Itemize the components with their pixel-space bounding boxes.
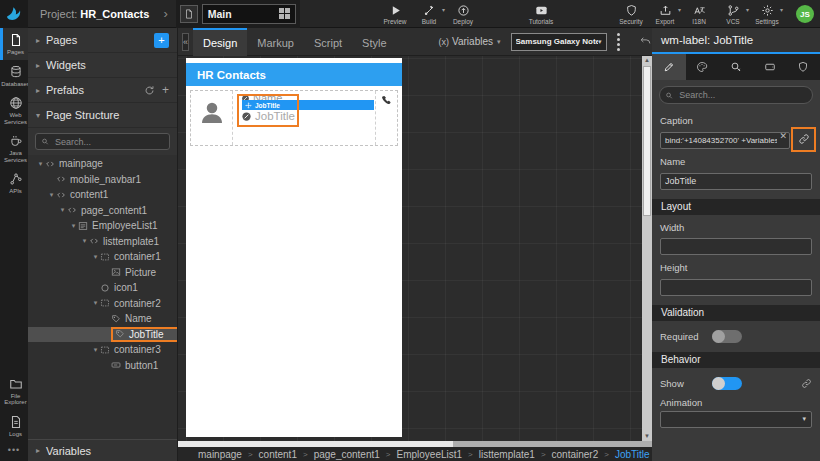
scroll-down-icon[interactable]: ▼ (642, 432, 652, 441)
phone-preview[interactable]: HR Contacts Name (186, 58, 402, 437)
height-input[interactable] (660, 279, 812, 296)
rail-item-pages[interactable]: Pages (0, 28, 28, 60)
inspector-tab-device[interactable] (753, 54, 787, 80)
rail-item-databases[interactable]: Databases (0, 60, 28, 92)
design-canvas[interactable]: HR Contacts Name (178, 56, 652, 441)
rail-item-java-services[interactable]: Java Services (0, 129, 28, 167)
section-page-structure[interactable]: ▾ Page Structure (28, 103, 177, 128)
tree-node-name[interactable]: Name (28, 311, 177, 327)
expand-arrow-icon[interactable]: ▾ (47, 191, 56, 199)
tab-markup[interactable]: Markup (247, 28, 304, 56)
horizontal-scroll-thumb[interactable] (178, 441, 453, 447)
tree-node-jobtitle[interactable]: JobTitle (28, 327, 177, 343)
breadcrumb-item-page_content1[interactable]: page_content1 (314, 449, 380, 460)
breadcrumb-item-employeelist1[interactable]: EmployeeList1 (396, 449, 462, 460)
picture-cell[interactable] (191, 91, 233, 145)
topbar-action-deploy[interactable]: Deploy (446, 0, 480, 28)
tree-node-page_content1[interactable]: ▾page_content1 (28, 203, 177, 219)
tab-script[interactable]: Script (304, 28, 352, 56)
section-variables[interactable]: ▸ Variables (28, 439, 177, 461)
breadcrumb-item-content1[interactable]: content1 (259, 449, 297, 460)
caption-input[interactable] (660, 132, 790, 149)
tree-node-mainpage[interactable]: ▾mainpage (28, 156, 177, 172)
bind-show-button[interactable] (801, 378, 812, 389)
tree-node-content1[interactable]: ▾content1 (28, 187, 177, 203)
expand-arrow-icon[interactable]: ▾ (91, 299, 100, 307)
tree-node-listtemplate1[interactable]: ▾listtemplate1 (28, 234, 177, 250)
canvas-vertical-scrollbar[interactable]: ▲ ▼ (642, 56, 652, 441)
section-widgets[interactable]: ▸ Widgets (28, 53, 177, 78)
collapse-left-panel-button[interactable]: « (182, 33, 189, 51)
rail-item-file-explorer[interactable]: File Explorer (0, 372, 28, 410)
tree-search-box[interactable] (35, 133, 170, 150)
list-template-item[interactable]: Name JobTitle JobTitle (190, 90, 398, 146)
topbar-action-tutorials[interactable]: Tutorials (524, 0, 558, 28)
tree-node-container3[interactable]: ▾container3 (28, 342, 177, 358)
required-toggle[interactable] (712, 330, 742, 343)
topbar-action-build[interactable]: ▾Build (412, 0, 446, 28)
tree-node-container1[interactable]: ▾container1 (28, 249, 177, 265)
section-pages[interactable]: ▸ Pages + (28, 28, 177, 53)
animation-select[interactable]: ▾ (660, 411, 812, 428)
inspector-tab-style[interactable] (686, 54, 720, 80)
topbar-action-export[interactable]: ▾Export (648, 0, 682, 28)
width-input[interactable] (660, 238, 812, 255)
add-page-button[interactable]: + (154, 33, 169, 48)
tree-node-icon1[interactable]: icon1 (28, 280, 177, 296)
inspector-search-box[interactable] (659, 86, 813, 104)
tree-node-employeelist1[interactable]: ▾EmployeeList1 (28, 218, 177, 234)
undo-button[interactable] (639, 35, 652, 48)
grid-icon[interactable] (279, 8, 290, 19)
expand-arrow-icon[interactable]: ▾ (36, 160, 45, 168)
topbar-action-preview[interactable]: Preview (378, 0, 412, 28)
expand-arrow-icon[interactable]: ▾ (80, 237, 89, 245)
rail-item-apis[interactable]: APIs (0, 167, 28, 199)
scroll-up-icon[interactable]: ▲ (642, 56, 652, 65)
breadcrumb-item-jobtitle[interactable]: JobTitle (615, 449, 650, 460)
breadcrumb-item-mainpage[interactable]: mainpage (198, 449, 242, 460)
phone-button-cell[interactable] (375, 91, 397, 145)
kebab-menu-icon[interactable] (617, 33, 620, 51)
inspector-search-input[interactable] (677, 89, 807, 101)
topbar-action-settings[interactable]: ▾Settings (750, 0, 784, 28)
vertical-scroll-thumb[interactable] (643, 66, 651, 216)
wavemaker-logo[interactable] (0, 0, 28, 28)
bind-property-button[interactable] (795, 131, 812, 148)
inspector-tab-security[interactable] (786, 54, 820, 80)
label-cell[interactable]: Name JobTitle JobTitle (233, 91, 375, 145)
page-file-icon[interactable] (180, 5, 198, 23)
name-input[interactable] (660, 173, 812, 190)
canvas-horizontal-scrollbar[interactable] (178, 441, 652, 447)
rail-item-logs[interactable]: Logs (0, 410, 28, 442)
device-selector[interactable]: Samsung Galaxy Note III ▾ (511, 33, 607, 51)
tab-design[interactable]: Design (193, 28, 247, 56)
tree-node-button1[interactable]: button1 (28, 358, 177, 374)
tab-main[interactable]: Main (202, 4, 296, 24)
rail-item-web-services[interactable]: Web Services (0, 91, 28, 129)
breadcrumb-item-listtemplate1[interactable]: listtemplate1 (479, 449, 535, 460)
breadcrumb-item-container2[interactable]: container2 (552, 449, 599, 460)
tree-node-picture[interactable]: Picture (28, 265, 177, 281)
show-toggle[interactable] (712, 377, 742, 390)
clear-icon[interactable]: ✕ (779, 131, 787, 141)
user-avatar[interactable]: JS (796, 5, 814, 23)
expand-arrow-icon[interactable]: ▾ (69, 222, 78, 230)
topbar-action-i18n[interactable]: I18N (682, 0, 716, 28)
expand-arrow-icon[interactable]: ▾ (91, 346, 100, 354)
mobile-navbar[interactable]: HR Contacts (186, 63, 402, 86)
tree-node-container2[interactable]: ▾container2 (28, 296, 177, 312)
expand-arrow-icon[interactable]: ▾ (91, 253, 100, 261)
topbar-action-security[interactable]: Security (614, 0, 648, 28)
inspector-tab-properties[interactable] (652, 54, 686, 80)
tree-node-mobile_navbar1[interactable]: mobile_navbar1 (28, 172, 177, 188)
tab-style[interactable]: Style (352, 28, 396, 56)
variables-dropdown[interactable]: (x) Variables ▾ (439, 36, 501, 47)
inspector-tab-events[interactable] (719, 54, 753, 80)
topbar-action-vcs[interactable]: ▾VCS (716, 0, 750, 28)
chevron-right-icon[interactable]: › (163, 6, 167, 21)
expand-arrow-icon[interactable]: ▾ (58, 206, 67, 214)
add-prefab-icon[interactable]: + (162, 83, 169, 97)
refresh-icon[interactable] (144, 85, 155, 96)
section-prefabs[interactable]: ▸ Prefabs + (28, 78, 177, 103)
tree-search-input[interactable] (53, 136, 164, 148)
